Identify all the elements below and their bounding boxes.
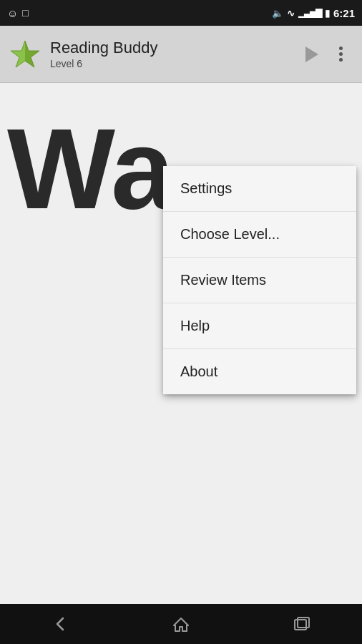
- menu-item-settings[interactable]: Settings: [163, 166, 356, 212]
- recents-button[interactable]: [280, 610, 323, 638]
- app-bar: Reading Buddy Level 6: [0, 26, 362, 83]
- android-icon: ☺: [7, 7, 18, 19]
- dropdown-menu: Settings Choose Level... Review Items He…: [163, 166, 356, 394]
- back-button[interactable]: [39, 610, 82, 638]
- main-content: Wa Settings Choose Level... Review Items…: [0, 83, 362, 604]
- mute-icon: 🔈: [272, 8, 283, 19]
- svg-marker-1: [25, 41, 39, 67]
- app-subtitle: Level 6: [50, 58, 296, 69]
- play-button[interactable]: [296, 39, 328, 70]
- more-dot: [339, 47, 343, 50]
- signal-icon: ▁▃▅▇: [298, 8, 321, 18]
- play-icon: [305, 47, 318, 62]
- app-icon: [9, 38, 41, 71]
- battery-icon: ▮: [325, 8, 330, 19]
- more-options-button[interactable]: [328, 39, 353, 70]
- menu-item-about[interactable]: About: [163, 349, 356, 394]
- menu-item-choose-level[interactable]: Choose Level...: [163, 212, 356, 258]
- status-left-icons: ☺ □: [7, 7, 29, 19]
- screenshot-icon: □: [22, 7, 28, 19]
- menu-item-help[interactable]: Help: [163, 303, 356, 349]
- big-text: Wa: [0, 112, 175, 226]
- app-title-group: Reading Buddy Level 6: [50, 39, 296, 69]
- menu-item-review-items[interactable]: Review Items: [163, 258, 356, 303]
- clock: 6:21: [333, 7, 355, 19]
- wifi-icon: ∿: [287, 8, 295, 19]
- status-bar: ☺ □ 🔈 ∿ ▁▃▅▇ ▮ 6:21: [0, 0, 362, 26]
- home-button[interactable]: [160, 610, 202, 638]
- status-right-icons: 🔈 ∿ ▁▃▅▇ ▮ 6:21: [272, 7, 355, 19]
- bottom-nav: [0, 604, 362, 644]
- more-dot: [339, 58, 343, 62]
- more-dot: [339, 52, 343, 56]
- app-title: Reading Buddy: [50, 39, 296, 57]
